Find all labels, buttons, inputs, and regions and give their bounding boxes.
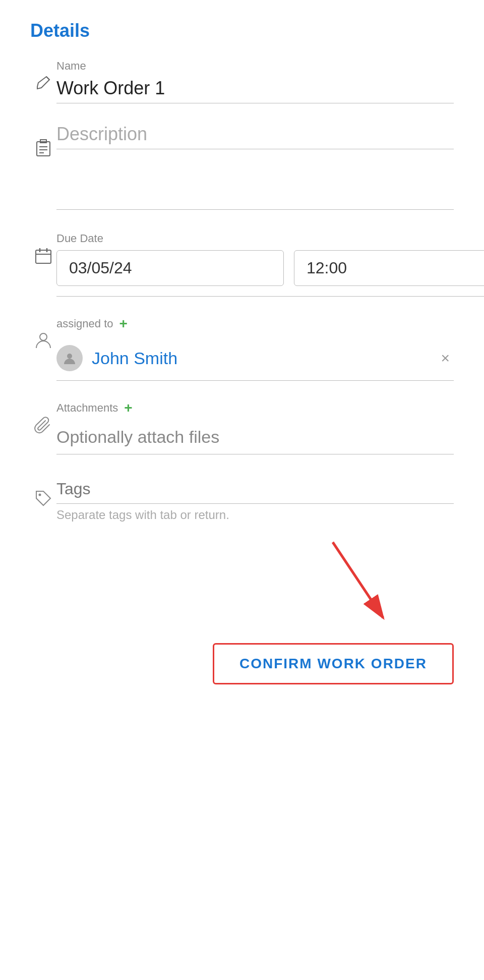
calendar-icon	[30, 232, 56, 264]
attachments-field-row: Attachments + Optionally attach files	[30, 401, 454, 454]
svg-rect-4	[36, 250, 51, 263]
paperclip-icon	[30, 401, 56, 434]
name-label: Name	[56, 60, 454, 73]
assignee-name: John Smith	[92, 349, 428, 368]
tags-field-row: Separate tags with tab or return.	[30, 475, 454, 522]
description-field-row: Description	[30, 124, 454, 212]
description-field-content: Description	[56, 124, 454, 212]
clipboard-icon	[30, 124, 56, 157]
due-date-field-row: Due Date	[30, 232, 454, 297]
assignee-avatar	[56, 345, 83, 371]
svg-point-11	[39, 494, 41, 496]
attachments-content: Attachments + Optionally attach files	[56, 401, 454, 454]
add-assignee-button[interactable]: +	[119, 317, 128, 331]
person-icon	[30, 317, 56, 349]
assignee-row: John Smith ×	[56, 336, 454, 381]
add-attachment-button[interactable]: +	[124, 401, 132, 415]
svg-line-13	[333, 542, 383, 618]
arrow-container	[30, 542, 454, 633]
svg-rect-0	[37, 142, 50, 156]
date-input[interactable]	[56, 250, 284, 286]
tags-content: Separate tags with tab or return.	[56, 475, 454, 522]
arrow-indicator	[302, 532, 403, 633]
due-date-field-content: Due Date	[56, 232, 484, 297]
tags-input[interactable]	[56, 475, 454, 504]
name-field-row: Name Work Order 1	[30, 60, 454, 103]
confirm-work-order-button[interactable]: CONFIRM WORK ORDER	[213, 643, 454, 684]
name-field-content: Name Work Order 1	[56, 60, 454, 103]
tags-hint: Separate tags with tab or return.	[56, 508, 454, 522]
description-label: Description	[56, 124, 454, 149]
assigned-to-label: assigned to +	[56, 317, 454, 331]
assigned-label-text: assigned to	[56, 317, 113, 330]
time-input[interactable]	[294, 250, 484, 286]
attachments-label-text: Attachments	[56, 401, 118, 415]
attachments-placeholder[interactable]: Optionally attach files	[56, 420, 454, 454]
due-date-label: Due Date	[56, 232, 484, 245]
due-date-inputs	[56, 250, 484, 286]
svg-point-8	[40, 333, 47, 340]
name-value[interactable]: Work Order 1	[56, 78, 454, 103]
assigned-to-field-row: assigned to + John Smith ×	[30, 317, 454, 381]
description-input[interactable]	[56, 149, 454, 210]
svg-point-10	[67, 354, 72, 359]
tag-icon	[30, 475, 56, 507]
assigned-to-content: assigned to + John Smith ×	[56, 317, 454, 381]
attachments-label: Attachments +	[56, 401, 454, 415]
confirm-button-wrapper: CONFIRM WORK ORDER	[30, 643, 454, 684]
page-title: Details	[30, 20, 454, 41]
remove-assignee-button[interactable]: ×	[437, 348, 454, 369]
pencil-icon	[30, 60, 56, 91]
